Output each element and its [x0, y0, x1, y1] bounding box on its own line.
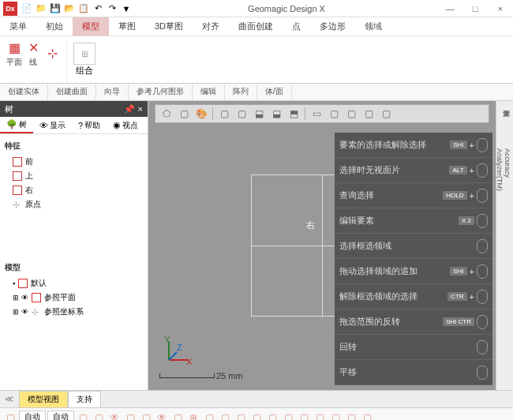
hint-row: 编辑要素X 2 [335, 208, 492, 234]
hint-row: 选择框选领域 [335, 234, 492, 259]
vp-tool-icon[interactable]: 🎨 [193, 107, 209, 121]
tree-item-上[interactable]: 上 [3, 169, 144, 183]
menu-tabs: 菜单初始模型草图3D草图对齐曲面创建点多边形领域 [0, 17, 513, 36]
menu-3D草图[interactable]: 3D草图 [145, 17, 193, 36]
qat-dropdown-icon[interactable]: ▼ [120, 2, 133, 15]
ribbon-线[interactable]: ✕线 [25, 40, 41, 68]
bottom-tool-icon[interactable]: 👁 [155, 411, 169, 421]
vp-tool-icon[interactable]: ▢ [378, 107, 394, 121]
bottom-tool-icon[interactable]: ▢ [170, 411, 185, 421]
ribbon-axis[interactable]: ⊹ [44, 46, 60, 62]
vp-tool-icon[interactable]: ▢ [234, 107, 249, 121]
vp-tool-icon[interactable]: ▢ [361, 107, 376, 121]
scroll-left-icon[interactable]: ≪ [0, 394, 19, 404]
tree-item-参照平面[interactable]: ⊞ 👁 参照平面 [3, 291, 144, 305]
subtab-阵列[interactable]: 阵列 [225, 84, 257, 100]
vp-tool-icon[interactable]: ▭ [309, 107, 324, 121]
axis-triad-icon: X Y Z [163, 335, 194, 366]
bottom-tool-icon[interactable]: ▢ [360, 411, 374, 421]
menu-菜单[interactable]: 菜单 [0, 17, 36, 36]
bottom-tool-icon[interactable]: 👁 [107, 411, 122, 421]
bottom-tool-icon[interactable]: ▢ [313, 411, 327, 421]
menu-草图[interactable]: 草图 [109, 17, 145, 36]
close-button[interactable]: × [491, 4, 510, 13]
qat-paste-icon[interactable]: 📋 [77, 2, 90, 15]
menu-曲面创建[interactable]: 曲面创建 [229, 17, 283, 36]
window-controls: — □ × [440, 4, 510, 13]
menu-初始[interactable]: 初始 [36, 17, 73, 36]
bottom-tool-icon[interactable]: ▢ [265, 411, 279, 421]
minimize-button[interactable]: — [440, 4, 459, 13]
view-tab-支持[interactable]: 支持 [68, 391, 101, 408]
subtab-体/面[interactable]: 体/面 [257, 84, 292, 100]
bottom-tool-icon[interactable]: ⊕ [186, 411, 200, 421]
vp-tool-icon[interactable]: ⬓ [251, 107, 267, 121]
tree-tab-树[interactable]: 🌳树 [0, 117, 33, 133]
vp-tool-icon[interactable]: ▢ [216, 107, 232, 121]
tree-item-原点[interactable]: ⊹原点 [3, 197, 144, 212]
bottom-tool-icon[interactable]: ▢ [218, 411, 232, 421]
sidebar-accuracy[interactable]: Accuracy Analyzer(TM) [499, 148, 511, 188]
bottom-iconbar: ▢ 自动 自动 ▢▢👁▢▢👁▢⊕▢▢▢▢▢▢▢▢▢▢▢ [0, 407, 513, 420]
subtab-参考几何图形[interactable]: 参考几何图形 [129, 84, 193, 100]
bottom-tool-icon[interactable]: ▢ [249, 411, 264, 421]
qat-open-icon[interactable]: 📁 [35, 2, 47, 15]
menu-对齐[interactable]: 对齐 [193, 17, 229, 36]
subtab-创建实体[interactable]: 创建实体 [0, 84, 48, 100]
hint-row: 拖选范围的反转SHI CTR [335, 309, 492, 335]
vp-tool-icon[interactable]: ▢ [326, 107, 342, 121]
panel-close-icon[interactable]: × [138, 104, 143, 114]
vp-tool-icon[interactable]: ▢ [343, 107, 359, 121]
vp-tool-icon[interactable]: ⬠ [159, 107, 174, 121]
tree-tab-显示[interactable]: 👁显示 [33, 117, 72, 133]
select-mode-1[interactable]: 自动 [19, 411, 46, 421]
right-sidebar: 测量 Accuracy Analyzer(TM) [496, 101, 513, 390]
tree-section-model: 模型 [3, 259, 144, 276]
bottom-tool-icon[interactable]: ▢ [297, 411, 311, 421]
qat-folder-icon[interactable]: 📂 [63, 2, 76, 15]
qat-new-icon[interactable]: 📄 [21, 2, 33, 15]
main-area: 树 📌 × 🌳树👁显示?帮助◉视点 特征 前上右⊹原点 模型 ▪ 默认⊞ 👁 参… [0, 101, 513, 390]
vp-tool-icon[interactable]: ▢ [176, 107, 192, 121]
tree-tab-帮助[interactable]: ?帮助 [72, 117, 107, 133]
tree-tab-视点[interactable]: ◉视点 [107, 117, 144, 133]
qat-undo-icon[interactable]: ↶ [92, 2, 104, 15]
bottom-tool-icon[interactable]: ▢ [344, 411, 358, 421]
sidebar-measure[interactable]: 测量 [499, 104, 511, 144]
tree-item-右[interactable]: 右 [3, 183, 144, 197]
qat-save-icon[interactable]: 💾 [49, 2, 62, 15]
vp-tool-icon[interactable]: ⬓ [268, 107, 284, 121]
bottom-tool-icon[interactable]: ▢ [92, 411, 106, 421]
qat-redo-icon[interactable]: ↷ [106, 2, 118, 15]
titlebar: Dx 📄 📁 💾 📂 📋 ↶ ↷ ▼ Geomagic Design X — □… [0, 0, 513, 17]
select-mode-2[interactable]: 自动 [47, 411, 74, 421]
bottom-tool-icon[interactable]: ▢ [76, 411, 90, 421]
tree-item-参照坐标系[interactable]: ⊞ 👁 ⊹参照坐标系 [3, 305, 144, 319]
ribbon: ▦平面✕线⊹ ⊞ 组合 [0, 36, 513, 84]
bottom-tool-icon[interactable]: ▢ [139, 411, 153, 421]
view-tab-模型视图[interactable]: 模型视图 [19, 391, 68, 408]
viewport[interactable]: ⬠▢🎨▢▢⬓⬓⬒▭▢▢▢▢ 右 X Y Z 25 mm 要素的选择或解除选择SH… [148, 101, 496, 390]
hint-row: 选择时无视面片ALT+ [335, 158, 492, 183]
tree-item-前[interactable]: 前 [3, 155, 144, 169]
menu-点[interactable]: 点 [283, 17, 310, 36]
pin-icon[interactable]: 📌 [124, 104, 135, 114]
bottom-tool-icon[interactable]: ▢ [281, 411, 295, 421]
tree-panel: 树 📌 × 🌳树👁显示?帮助◉视点 特征 前上右⊹原点 模型 ▪ 默认⊞ 👁 参… [0, 101, 148, 390]
ib-rect-icon[interactable]: ▢ [3, 411, 17, 421]
bottom-tool-icon[interactable]: ▢ [328, 411, 343, 421]
bottom-tool-icon[interactable]: ▢ [202, 411, 216, 421]
ribbon-平面[interactable]: ▦平面 [6, 40, 22, 68]
vp-tool-icon[interactable]: ⬒ [286, 107, 301, 121]
subtab-向导[interactable]: 向导 [96, 84, 129, 100]
maximize-button[interactable]: □ [466, 4, 485, 13]
subtab-创建曲面[interactable]: 创建曲面 [48, 84, 96, 100]
subtab-编辑[interactable]: 编辑 [193, 84, 225, 100]
ribbon-combine-button[interactable]: ⊞ 组合 [67, 36, 102, 83]
bottom-tool-icon[interactable]: ▢ [123, 411, 137, 421]
menu-模型[interactable]: 模型 [73, 17, 109, 36]
tree-item-默认[interactable]: ▪ 默认 [3, 276, 144, 291]
bottom-tool-icon[interactable]: ▢ [234, 411, 248, 421]
menu-多边形[interactable]: 多边形 [310, 17, 355, 36]
menu-领域[interactable]: 领域 [355, 17, 391, 36]
